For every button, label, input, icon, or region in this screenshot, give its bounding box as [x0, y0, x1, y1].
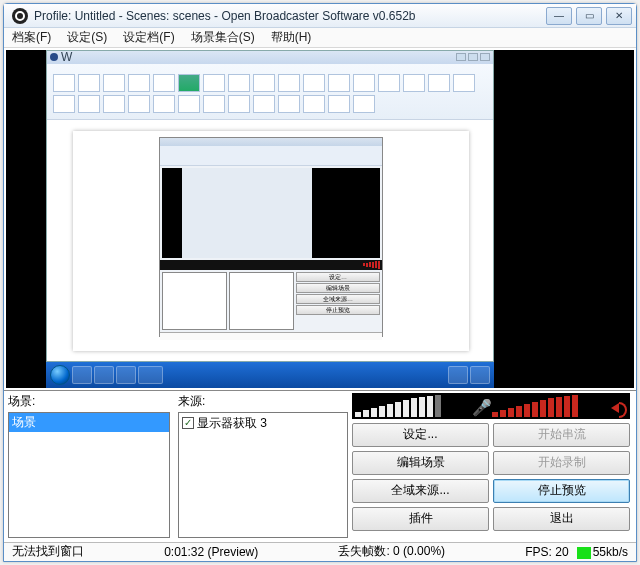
scene-item[interactable]: 场景	[9, 413, 169, 432]
menubar: 档案(F) 设定(S) 设定档(F) 场景集合(S) 帮助(H)	[4, 28, 636, 47]
start-record-button[interactable]: 开始录制	[493, 451, 630, 475]
status-time: 0:01:32 (Preview)	[164, 545, 258, 559]
menu-file[interactable]: 档案(F)	[12, 29, 51, 46]
start-orb-icon	[50, 365, 70, 385]
exit-button[interactable]: 退出	[493, 507, 630, 531]
global-sources-button[interactable]: 全域来源...	[352, 479, 489, 503]
speaker-icon[interactable]	[609, 399, 627, 417]
status-fps: FPS: 20	[525, 545, 568, 559]
captured-word-window: W	[46, 50, 494, 362]
status-bitrate: 55kb/s	[577, 545, 628, 559]
edit-scene-button[interactable]: 编辑场景	[352, 451, 489, 475]
menu-settings[interactable]: 设定(S)	[67, 29, 107, 46]
sources-list[interactable]: ✓ 显示器获取 3	[178, 412, 348, 538]
plugins-button[interactable]: 插件	[352, 507, 489, 531]
microphone-icon[interactable]: 🎤	[472, 399, 490, 417]
status-dropped: 丢失帧数: 0 (0.00%)	[338, 543, 445, 560]
settings-button[interactable]: 设定...	[352, 423, 489, 447]
audio-mixer[interactable]: 🎤	[352, 393, 630, 419]
close-button[interactable]: ✕	[606, 7, 632, 25]
preview-capture: <请打开支持的音乐播放器> W	[46, 50, 494, 388]
scenes-label: 场景:	[4, 391, 174, 410]
status-no-window: 无法找到窗口	[12, 543, 84, 560]
preview-area[interactable]: <请打开支持的音乐播放器> W	[6, 50, 634, 388]
maximize-button[interactable]: ▭	[576, 7, 602, 25]
captured-taskbar	[46, 362, 494, 388]
start-stream-button[interactable]: 开始串流	[493, 423, 630, 447]
bitrate-indicator-icon	[577, 547, 591, 559]
menu-scenecollection[interactable]: 场景集合(S)	[191, 29, 255, 46]
titlebar[interactable]: Profile: Untitled - Scenes: scenes - Ope…	[4, 4, 636, 28]
source-item-label: 显示器获取 3	[197, 415, 267, 432]
nested-obs-screenshot: 设定… 编辑场景 全域来源… 停止预览	[159, 137, 383, 337]
menu-help[interactable]: 帮助(H)	[271, 29, 312, 46]
sources-label: 来源:	[174, 391, 352, 410]
obs-icon	[12, 8, 28, 24]
minimize-button[interactable]: —	[546, 7, 572, 25]
scenes-list[interactable]: 场景	[8, 412, 170, 538]
main-window: Profile: Untitled - Scenes: scenes - Ope…	[3, 3, 637, 562]
statusbar: 无法找到窗口 0:01:32 (Preview) 丢失帧数: 0 (0.00%)…	[4, 542, 636, 561]
stop-preview-button[interactable]: 停止预览	[493, 479, 630, 503]
checkbox-icon[interactable]: ✓	[182, 417, 194, 429]
window-title: Profile: Untitled - Scenes: scenes - Ope…	[34, 9, 546, 23]
source-item[interactable]: ✓ 显示器获取 3	[179, 413, 347, 434]
lower-panel: 场景: 场景 来源: ✓ 显示器获取 3	[4, 390, 636, 542]
menu-profiles[interactable]: 设定档(F)	[123, 29, 174, 46]
